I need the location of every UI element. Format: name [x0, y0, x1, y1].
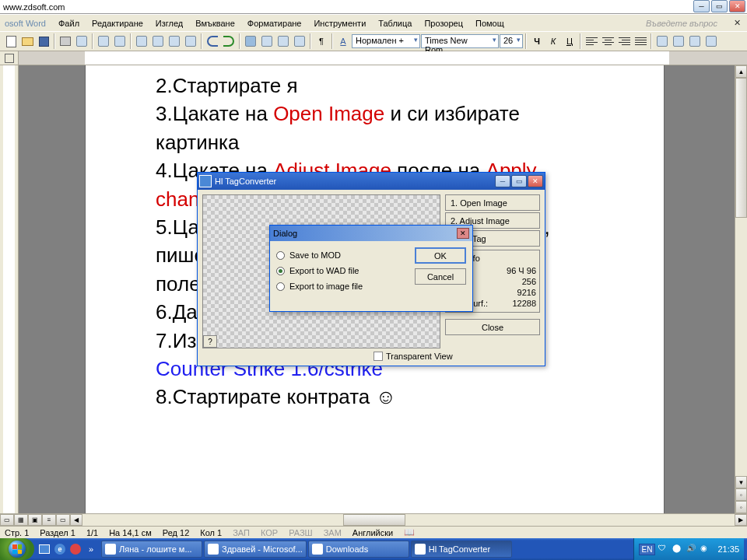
print-layout-view-button[interactable]: ▣ [28, 514, 42, 526]
transparent-view-checkbox[interactable]: Transparent View [374, 352, 453, 361]
copy-button[interactable] [150, 33, 166, 49]
next-page-button[interactable]: ◦ [735, 501, 747, 513]
prev-page-button[interactable]: ◦ [735, 488, 747, 501]
taskbar-item[interactable]: Здравей - Microsof... [204, 541, 307, 558]
menu-файл[interactable]: Файл [52, 17, 86, 30]
menu-прозорец[interactable]: Прозорец [418, 17, 469, 30]
window-maximize-button[interactable]: ▭ [711, 0, 728, 12]
menu-помощ[interactable]: Помощ [469, 17, 510, 30]
menu-вмъкване[interactable]: Вмъкване [189, 17, 241, 30]
opera-icon[interactable] [68, 542, 82, 556]
bullet-list-button[interactable] [671, 33, 686, 49]
scroll-left-button[interactable]: ◀ [70, 514, 82, 526]
taskbar-item[interactable]: Ляна - лошите м... [101, 541, 202, 558]
style-aa-button[interactable]: А [335, 33, 351, 49]
taskbar-item[interactable]: Hl TagConverter [411, 541, 512, 558]
insert-table-button[interactable] [275, 33, 291, 49]
outline-view-button[interactable]: ≡ [42, 514, 56, 526]
paste-button[interactable] [167, 33, 182, 49]
spellcheck-button[interactable] [96, 33, 111, 49]
taskbar-clock[interactable]: 21:35 [717, 544, 739, 554]
horizontal-ruler[interactable] [19, 51, 747, 65]
scroll-thumb[interactable] [735, 78, 747, 218]
cut-button[interactable] [134, 33, 149, 49]
numbered-list-button[interactable] [654, 33, 670, 49]
menu-таблица[interactable]: Таблица [372, 17, 418, 30]
save-button[interactable] [36, 33, 51, 49]
hscroll-thumb[interactable] [343, 514, 405, 526]
dialog-cancel-button[interactable]: Cancel [415, 268, 466, 285]
hltag-maximize-button[interactable]: ▭ [511, 175, 527, 187]
scroll-up-button[interactable]: ▲ [735, 65, 747, 78]
tray-icon-2[interactable]: ⬤ [672, 544, 683, 555]
align-center-button[interactable] [600, 33, 615, 49]
dialog-ok-button[interactable]: OK [415, 247, 466, 264]
spellcheck-status-icon[interactable]: 📖 [404, 527, 415, 537]
ie-icon[interactable]: e [53, 542, 67, 556]
bold-button[interactable]: Ч [529, 33, 545, 49]
menu-изглед[interactable]: Изглед [149, 17, 189, 30]
show-paragraph-button[interactable]: ¶ [314, 33, 329, 49]
language-indicator[interactable]: EN [639, 544, 656, 555]
normal-view-button[interactable]: ▭ [0, 514, 14, 526]
menu-редактиране[interactable]: Редактиране [86, 17, 149, 30]
format-painter-button[interactable] [183, 33, 198, 49]
tables-borders-button[interactable] [259, 33, 275, 49]
help-search-box[interactable]: Въведете въпрос [646, 19, 731, 28]
hltag-close-app-button[interactable]: Close [445, 319, 540, 335]
app-title-fragment: osoft Word [5, 19, 46, 28]
start-button[interactable] [0, 538, 34, 560]
print-button[interactable] [58, 33, 73, 49]
increase-indent-button[interactable] [703, 33, 719, 49]
status-language[interactable]: Английски [352, 528, 393, 537]
vertical-ruler[interactable] [0, 65, 19, 513]
tray-icon-1[interactable]: 🛡 [658, 544, 669, 555]
decrease-indent-button[interactable] [687, 33, 703, 49]
reading-view-button[interactable]: ▭ [56, 514, 70, 526]
radio-export-wad[interactable]: Export to WAD file [276, 266, 405, 275]
doc-line: 3.Цакате на Open Image и си избирате кар… [156, 100, 594, 156]
dialog-titlebar[interactable]: Dialog ✕ [270, 226, 472, 241]
align-left-button[interactable] [584, 33, 599, 49]
mdi-close-button[interactable]: ✕ [731, 18, 742, 29]
hltag-close-button[interactable]: ✕ [528, 175, 543, 187]
new-doc-button[interactable] [3, 33, 19, 49]
window-minimize-button[interactable]: ─ [693, 0, 710, 12]
taskbar-item[interactable]: Downloads [308, 541, 409, 558]
align-justify-button[interactable] [633, 33, 648, 49]
redo-button[interactable] [221, 33, 237, 49]
tray-network-icon[interactable]: ◉ [700, 544, 711, 555]
underline-button[interactable]: Ц [562, 33, 577, 49]
tray-volume-icon[interactable]: 🔊 [686, 544, 697, 555]
research-button[interactable] [112, 33, 128, 49]
scroll-right-button[interactable]: ▶ [735, 514, 747, 526]
undo-button[interactable] [205, 33, 220, 49]
scroll-down-button[interactable]: ▼ [735, 476, 747, 488]
show-desktop-icon[interactable] [37, 542, 51, 556]
web-view-button[interactable]: ▦ [14, 514, 28, 526]
italic-button[interactable]: К [545, 33, 561, 49]
open-button[interactable] [19, 33, 35, 49]
style-combo[interactable]: Нормален + [352, 34, 420, 48]
radio-export-image[interactable]: Export to image file [276, 282, 405, 291]
print-preview-button[interactable] [74, 33, 89, 49]
columns-button[interactable] [292, 33, 307, 49]
hltag-minimize-button[interactable]: ─ [495, 175, 510, 187]
dialog-close-button[interactable]: ✕ [457, 228, 469, 239]
vertical-scrollbar[interactable]: ▲ ▼ ◦ ◦ [735, 65, 747, 513]
menu-инструменти[interactable]: Инструменти [307, 17, 372, 30]
size-combo[interactable]: 26 [500, 34, 523, 48]
open-image-button[interactable]: 1. Open Image [445, 194, 540, 211]
hltagconverter-titlebar[interactable]: Hl TagConverter ─ ▭ ✕ [198, 173, 545, 190]
hltag-help-button[interactable]: ? [203, 335, 217, 348]
align-right-button[interactable] [616, 33, 632, 49]
ql-chevron-icon[interactable]: » [84, 542, 98, 556]
tab-well-icon[interactable] [5, 54, 14, 63]
hyperlink-button[interactable] [243, 33, 258, 49]
hltagconverter-app-icon [199, 175, 212, 187]
menu-форматиране[interactable]: Форматиране [241, 17, 308, 30]
radio-save-to-mod[interactable]: Save to MOD [276, 250, 405, 260]
font-combo[interactable]: Times New Rom [421, 34, 499, 48]
horizontal-scrollbar[interactable]: ◀ ▶ [70, 514, 747, 526]
window-close-button[interactable]: ✕ [729, 0, 745, 12]
